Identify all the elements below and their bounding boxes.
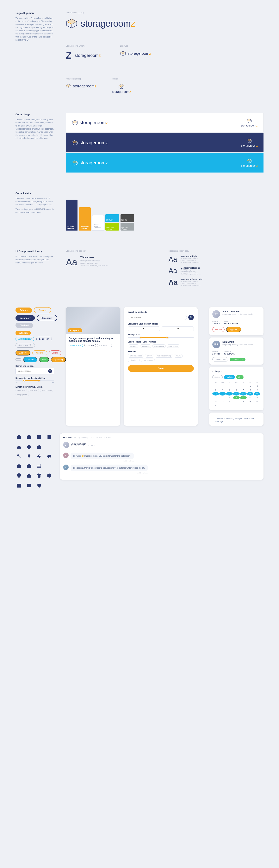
cal-day-8[interactable]: 8 bbox=[247, 388, 254, 392]
form-long-term[interactable]: Long term bbox=[140, 344, 151, 348]
storage-size-thumb-right[interactable] bbox=[166, 337, 168, 339]
cal-status-booked[interactable]: Booked bbox=[212, 375, 223, 379]
status-available[interactable]: Available bbox=[23, 357, 37, 362]
status-live[interactable]: Live bbox=[39, 357, 49, 362]
approve-button-outline[interactable]: Approve bbox=[32, 350, 47, 355]
cal-day-10[interactable]: 10 bbox=[212, 392, 219, 396]
cal-day-23[interactable]: 23 bbox=[254, 396, 260, 399]
feature-electricity[interactable]: Electricity bbox=[128, 359, 140, 362]
form-short-term[interactable]: Short term bbox=[128, 344, 139, 348]
booking-user-name-julia: Julia Thompson bbox=[222, 310, 254, 313]
cal-status-available[interactable]: Available bbox=[224, 375, 235, 379]
chat-bubble-1: R Hi Jamie 👋 I'm in London do you have s… bbox=[63, 453, 260, 462]
secondary-button-outline[interactable]: Secondary bbox=[37, 315, 57, 321]
save-search-button[interactable]: Save bbox=[128, 365, 194, 372]
cal-day-11[interactable]: 11 bbox=[219, 392, 226, 396]
feature-cctv[interactable]: CCTV bbox=[145, 354, 154, 358]
length-short-term[interactable]: Short term bbox=[16, 389, 27, 392]
search-postcode-input-box[interactable]: 🔍 bbox=[16, 368, 54, 374]
postcode-input[interactable] bbox=[128, 315, 187, 320]
cal-day-15[interactable]: 15 bbox=[247, 392, 254, 396]
cal-day-9[interactable]: 9 bbox=[254, 388, 260, 392]
cal-day-3[interactable]: 3 bbox=[212, 388, 219, 392]
primary-mark-label: Primary Mark Lockup bbox=[66, 11, 263, 14]
cal-day-1[interactable]: 1 bbox=[247, 384, 254, 388]
heading-semibold: Aa Montserrat Semi bold abcdefghijklmnop… bbox=[169, 278, 263, 287]
cal-day-18[interactable]: 18 bbox=[219, 396, 226, 399]
chat-bubble-content-1: Hi Jamie 👋 I'm in London do you have sto… bbox=[71, 453, 134, 462]
cal-day-31[interactable]: 31 bbox=[212, 404, 219, 407]
palette-bar-lime-label: Poison Lime#A8D400 bbox=[106, 227, 118, 230]
cal-day-12[interactable]: 12 bbox=[226, 392, 233, 396]
postcode-search-btn[interactable]: 🔍 bbox=[188, 315, 194, 320]
cal-day-5[interactable]: 5 bbox=[226, 388, 233, 392]
listing-tag-space-xl[interactable]: Space size: XL bbox=[97, 344, 112, 347]
cal-day-21[interactable]: 21 bbox=[240, 396, 247, 399]
cal-day-28[interactable]: 28 bbox=[240, 400, 247, 403]
form-long-options[interactable]: Long options bbox=[167, 344, 180, 348]
tag-available[interactable]: Available Now bbox=[16, 337, 34, 341]
calendar-next[interactable]: › bbox=[221, 370, 222, 373]
length-long-term[interactable]: Long term bbox=[28, 389, 39, 392]
cal-day-25[interactable]: 25 bbox=[219, 400, 226, 403]
cal-day-6[interactable]: 6 bbox=[233, 388, 240, 392]
cal-day-2[interactable]: 2 bbox=[254, 384, 260, 388]
chat-icons-section: FEATURES Security & Locality CCTV 24 Hou… bbox=[0, 433, 279, 497]
approve-button-filled[interactable]: Approve bbox=[16, 350, 30, 355]
distance-input-max[interactable] bbox=[162, 327, 194, 331]
calendar-prev[interactable]: ‹ bbox=[212, 370, 213, 373]
feature-security[interactable]: 24hr security bbox=[141, 359, 155, 362]
storage-size-thumb-left[interactable] bbox=[140, 337, 142, 339]
feature-24hr[interactable]: 24 hour access bbox=[128, 354, 144, 358]
cal-status-live[interactable]: Live bbox=[236, 375, 244, 379]
cal-day-17[interactable]: 17 bbox=[212, 396, 219, 399]
cal-day-24[interactable]: 24 bbox=[212, 400, 219, 403]
approve-julia[interactable]: Approve bbox=[226, 327, 241, 332]
listing-tag-long-term[interactable]: Long Term bbox=[84, 344, 96, 347]
secondary-button-navy[interactable]: Secondary bbox=[16, 315, 35, 321]
cal-day-30[interactable]: 30 bbox=[254, 400, 260, 403]
length-long-options[interactable]: Long options bbox=[16, 393, 29, 396]
cal-day-26[interactable]: 26 bbox=[226, 400, 233, 403]
logo-icon-navy-bg bbox=[72, 140, 78, 146]
icon-suitcase bbox=[16, 463, 23, 470]
tag-long-term[interactable]: Long Term bbox=[36, 337, 52, 341]
status-upcoming[interactable]: Upcoming bbox=[51, 357, 66, 362]
feature-alarm[interactable]: Alarm bbox=[174, 354, 183, 358]
cal-day-4[interactable]: 4 bbox=[219, 388, 226, 392]
primary-button-outline[interactable]: Primary bbox=[34, 307, 51, 313]
tag-space-size[interactable]: Space size: XL bbox=[16, 343, 35, 347]
listing-card-image: £13 p/mth bbox=[66, 307, 120, 334]
z-graphic: Z bbox=[66, 51, 72, 60]
decline-button[interactable]: Decline bbox=[49, 350, 61, 355]
cal-day-27[interactable]: 27 bbox=[233, 400, 240, 403]
feature-lighting[interactable]: Automatic lighting bbox=[155, 354, 173, 358]
search-postcode-input[interactable] bbox=[18, 370, 47, 372]
palette-bar-orange-label: SR Orange#F5A623 bbox=[81, 225, 89, 229]
primary-button-orange[interactable]: Primary bbox=[16, 308, 32, 313]
length-week-options[interactable]: Week options bbox=[40, 389, 54, 392]
contact-user-btn[interactable]: Contact User bbox=[212, 357, 228, 362]
listing-tag-available[interactable]: Available Now bbox=[68, 344, 83, 347]
cal-day-13[interactable]: 13 bbox=[233, 392, 240, 396]
distance-input-min[interactable] bbox=[128, 327, 160, 331]
search-postcode-submit[interactable]: 🔍 bbox=[48, 369, 52, 373]
decline-julia[interactable]: Decline bbox=[212, 327, 225, 332]
status-button-empty[interactable] bbox=[16, 359, 21, 361]
search-form: Search by post code 🔍 Distance to your l… bbox=[124, 307, 198, 426]
distance-slider-track[interactable] bbox=[16, 380, 54, 381]
cal-day-14[interactable]: 14 bbox=[240, 392, 247, 396]
length-form-label: Length (Hours / Days / Months) bbox=[128, 341, 194, 343]
heading-name-semibold: Montserrat Semi bold bbox=[180, 278, 202, 280]
heading-info-regular: Montserrat Regular abcdefghijklmnopqrstu… bbox=[180, 267, 200, 275]
cal-day-16[interactable]: 16 bbox=[254, 392, 260, 396]
form-week-options[interactable]: Week options bbox=[152, 344, 166, 348]
distance-thumb-left[interactable] bbox=[23, 379, 25, 381]
storage-size-slider[interactable] bbox=[128, 337, 194, 338]
cal-day-20[interactable]: 20 bbox=[233, 396, 240, 399]
cal-day-7[interactable]: 7 bbox=[240, 388, 247, 392]
distance-thumb-right[interactable] bbox=[38, 379, 40, 381]
cal-day-29[interactable]: 29 bbox=[247, 400, 254, 403]
cal-day-22[interactable]: 22 bbox=[247, 396, 254, 399]
cal-day-19[interactable]: 19 bbox=[226, 396, 233, 399]
